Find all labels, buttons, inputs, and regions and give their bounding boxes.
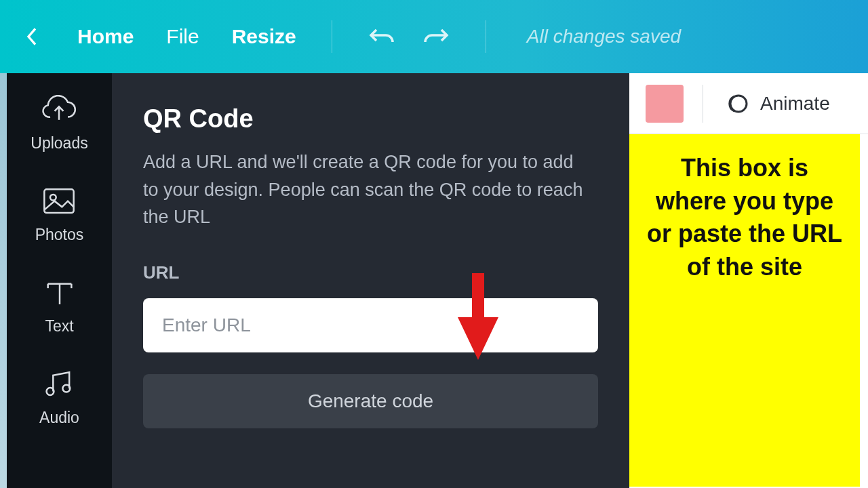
music-note-icon [41,367,77,402]
generate-code-button[interactable]: Generate code [143,374,598,428]
nav-file[interactable]: File [166,25,199,48]
text-icon [42,275,77,310]
sidebar-item-audio[interactable]: Audio [39,367,79,427]
animate-button[interactable]: Animate [722,90,830,117]
svg-point-1 [50,195,56,201]
app-root: Home File Resize All changes saved [0,0,868,488]
cloud-upload-icon [41,92,77,127]
sidebar-item-photos[interactable]: Photos [35,184,84,244]
left-edge-strip [0,73,7,488]
qr-code-panel: QR Code Add a URL and we'll create a QR … [112,73,629,488]
annotation-note-text: This box is where you type or paste the … [644,152,845,283]
undo-redo-group [368,22,450,51]
nav-resize[interactable]: Resize [232,25,296,48]
undo-icon [368,26,395,47]
photo-icon [41,184,77,219]
panel-description: Add a URL and we'll create a QR code for… [143,148,591,231]
save-status: All changes saved [527,26,681,47]
svg-rect-0 [45,190,74,214]
redo-icon [422,26,450,47]
edit-toolbar-divider [703,85,703,123]
url-input[interactable] [143,298,598,352]
sidebar-item-label: Audio [39,409,79,427]
sidebar-item-label: Text [45,317,73,336]
color-swatch[interactable] [646,85,684,123]
sidebar-item-label: Photos [35,226,84,244]
url-field-label: URL [143,262,598,283]
svg-marker-5 [458,317,498,360]
panel-title: QR Code [143,104,598,134]
sidebar: Uploads Photos [7,73,112,488]
nav-home[interactable]: Home [77,25,134,48]
chevron-left-icon [25,26,39,47]
back-button[interactable] [19,24,45,49]
redo-button[interactable] [422,22,450,51]
animate-label: Animate [760,93,830,115]
toolbar-divider [486,20,486,53]
arrow-down-icon [454,273,502,361]
sidebar-item-label: Uploads [31,134,87,152]
animate-icon [722,90,749,117]
annotation-note: This box is where you type or paste the … [629,134,860,487]
undo-button[interactable] [368,22,396,51]
body-row: Uploads Photos [0,73,868,488]
annotation-arrow [454,273,502,361]
toolbar-divider [332,20,332,53]
svg-rect-4 [472,273,484,321]
sidebar-item-uploads[interactable]: Uploads [31,92,87,152]
sidebar-item-text[interactable]: Text [42,275,77,336]
edit-toolbar: Animate [629,73,868,134]
canvas-area: Animate This box is where you type or pa… [629,73,868,488]
top-toolbar: Home File Resize All changes saved [0,0,868,73]
